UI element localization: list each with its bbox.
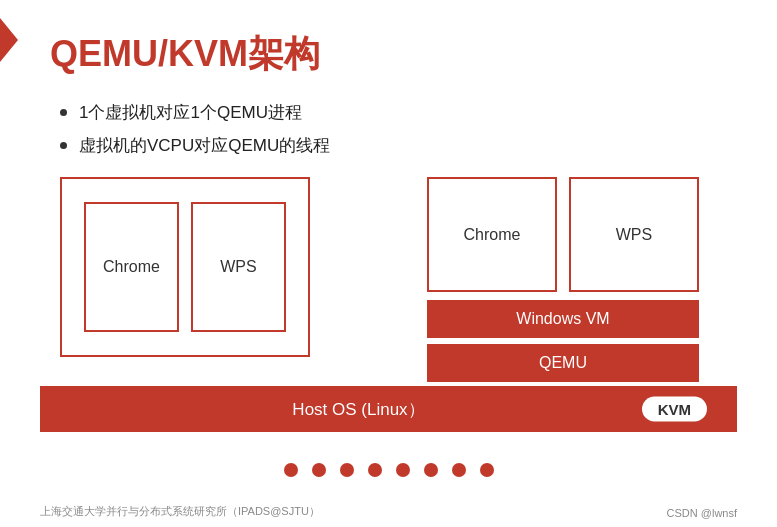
- right-wps-label: WPS: [616, 226, 652, 244]
- right-wps-box: WPS: [569, 177, 699, 292]
- left-accent-icon: [0, 18, 18, 62]
- left-vm-box: Chrome WPS: [60, 177, 310, 357]
- left-wps-box: WPS: [191, 202, 286, 332]
- kvm-badge: KVM: [642, 397, 707, 422]
- footer-right: CSDN @lwnsf: [667, 507, 737, 519]
- dot-6: [424, 463, 438, 477]
- qemu-label: QEMU: [539, 354, 587, 371]
- left-vm-apps: Chrome WPS: [62, 179, 308, 355]
- windows-vm-bar: Windows VM: [427, 300, 699, 338]
- footer-left: 上海交通大学并行与分布式系统研究所（IPADS@SJTU）: [40, 504, 320, 519]
- bullet-dot-1: [60, 109, 67, 116]
- dot-3: [340, 463, 354, 477]
- dot-5: [396, 463, 410, 477]
- bullet-text-1: 1个虚拟机对应1个QEMU进程: [79, 101, 302, 124]
- architecture-diagram: Chrome WPS Chrome WPS: [40, 177, 737, 487]
- bullet-text-2: 虚拟机的VCPU对应QEMU的线程: [79, 134, 330, 157]
- dot-4: [368, 463, 382, 477]
- left-wps-label: WPS: [220, 258, 256, 276]
- kvm-label: KVM: [658, 401, 691, 418]
- dot-2: [312, 463, 326, 477]
- slide-title: QEMU/KVM架构: [50, 30, 737, 79]
- right-chrome-box: Chrome: [427, 177, 557, 292]
- bullet-item-2: 虚拟机的VCPU对应QEMU的线程: [60, 134, 737, 157]
- bullet-item-1: 1个虚拟机对应1个QEMU进程: [60, 101, 737, 124]
- bullet-list: 1个虚拟机对应1个QEMU进程 虚拟机的VCPU对应QEMU的线程: [60, 101, 737, 157]
- left-chrome-label: Chrome: [103, 258, 160, 276]
- dot-7: [452, 463, 466, 477]
- left-chrome-box: Chrome: [84, 202, 179, 332]
- qemu-bar: QEMU: [427, 344, 699, 382]
- dot-1: [284, 463, 298, 477]
- windows-vm-label: Windows VM: [516, 310, 609, 327]
- diagram-inner: Chrome WPS Chrome WPS: [40, 177, 737, 487]
- right-apps-row: Chrome WPS: [427, 177, 737, 292]
- dot-8: [480, 463, 494, 477]
- bottom-dots-row: [40, 463, 737, 477]
- host-os-label: Host OS (Linux）: [292, 398, 424, 421]
- bullet-dot-2: [60, 142, 67, 149]
- host-os-bar: Host OS (Linux） KVM: [40, 386, 737, 432]
- slide: QEMU/KVM架构 1个虚拟机对应1个QEMU进程 虚拟机的VCPU对应QEM…: [0, 0, 777, 527]
- right-chrome-label: Chrome: [464, 226, 521, 244]
